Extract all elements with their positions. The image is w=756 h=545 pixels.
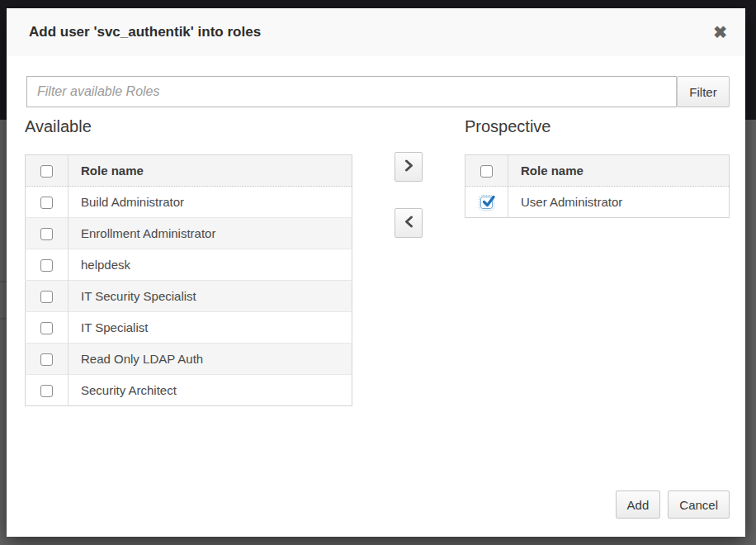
dialog-title: Add user 'svc_authentik' into roles: [29, 24, 713, 40]
close-icon[interactable]: ✖: [713, 24, 727, 40]
dimmed-page-row-line: [0, 281, 7, 282]
row-checkbox[interactable]: [40, 322, 53, 334]
row-checkbox[interactable]: [40, 197, 53, 209]
table-row[interactable]: Security Architect: [26, 375, 352, 406]
move-to-prospective-button[interactable]: [395, 152, 423, 182]
table-header-row: Role name: [26, 155, 352, 187]
dialog-footer: Add Cancel: [616, 490, 730, 519]
role-name: Build Administrator: [69, 187, 352, 218]
chevron-left-icon: [404, 216, 413, 230]
role-name: helpdesk: [69, 249, 352, 281]
table-row[interactable]: Build Administrator: [26, 187, 352, 218]
role-name: User Administrator: [508, 187, 730, 218]
dialog-body: Filter Available Role name Build Adminis…: [7, 56, 745, 537]
row-checkbox[interactable]: [40, 353, 53, 366]
row-checkbox[interactable]: [40, 385, 53, 397]
add-roles-dialog: Add user 'svc_authentik' into roles ✖ Fi…: [7, 8, 745, 537]
chevron-right-icon: [404, 159, 413, 174]
table-row[interactable]: Read Only LDAP Auth: [26, 344, 352, 375]
available-roles-table: Role name Build Administrator Enrollment…: [25, 154, 352, 406]
role-name: IT Specialist: [69, 312, 352, 344]
row-checkbox-checked[interactable]: [480, 197, 493, 209]
row-checkbox[interactable]: [40, 228, 53, 240]
table-row[interactable]: IT Specialist: [26, 312, 352, 344]
column-header: Role name: [69, 155, 352, 187]
table-row[interactable]: IT Security Specialist: [26, 281, 352, 312]
table-header-row: Role name: [465, 155, 730, 187]
role-name: Read Only LDAP Auth: [69, 344, 352, 375]
role-name: Enrollment Administrator: [69, 218, 352, 249]
prospective-roles-table: Role name User Administrator: [465, 154, 730, 218]
select-all-checkbox[interactable]: [40, 165, 53, 178]
filter-button[interactable]: Filter: [677, 76, 730, 107]
row-checkbox[interactable]: [40, 291, 53, 303]
filter-row: Filter: [26, 76, 730, 107]
cancel-button[interactable]: Cancel: [668, 490, 730, 519]
add-button[interactable]: Add: [616, 490, 661, 519]
table-row[interactable]: helpdesk: [26, 249, 352, 281]
column-header: Role name: [508, 155, 730, 187]
dialog-header: Add user 'svc_authentik' into roles ✖: [7, 8, 745, 56]
row-checkbox[interactable]: [40, 259, 53, 272]
prospective-heading: Prospective: [465, 116, 730, 137]
filter-input[interactable]: [26, 76, 677, 107]
select-all-checkbox[interactable]: [480, 165, 493, 178]
table-row[interactable]: User Administrator: [465, 187, 730, 218]
table-row[interactable]: Enrollment Administrator: [26, 218, 352, 249]
available-heading: Available: [25, 116, 352, 137]
role-name: Security Architect: [69, 375, 352, 406]
move-to-available-button[interactable]: [395, 208, 423, 238]
role-name: IT Security Specialist: [69, 281, 352, 312]
dimmed-page-row-line: [0, 318, 7, 320]
available-section: Available Role name Build Administrator: [25, 116, 352, 406]
prospective-section: Prospective Role name: [465, 116, 730, 218]
